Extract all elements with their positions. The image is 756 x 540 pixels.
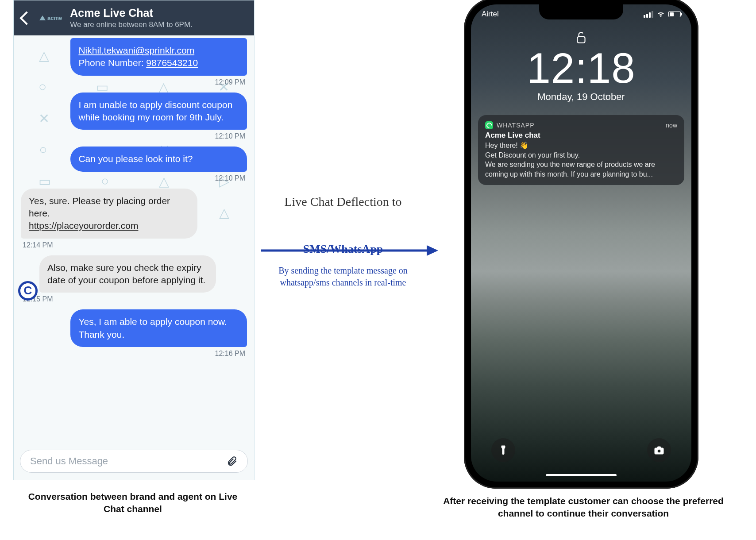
brand-triangle-icon [39,15,46,20]
whatsapp-notification[interactable]: WHATSAPP now Acme Live chat Hey there! 👋… [478,115,684,185]
quick-actions [471,438,691,462]
attachment-icon[interactable] [226,455,238,467]
message-received: Also, make sure you check the expiry dat… [39,255,216,293]
timestamp: 12:16 PM [23,350,245,358]
home-indicator[interactable] [546,474,617,476]
agent-avatar: C [18,281,38,301]
notification-time: now [666,122,677,129]
order-link[interactable]: https://placeyourorder.com [29,220,138,231]
camera-button[interactable] [647,438,671,462]
brand-logo: acme [39,15,62,21]
flashlight-button[interactable] [491,438,515,462]
svg-marker-1 [427,245,438,256]
message-text: Yes, sure. Please try placing order here… [29,196,170,218]
arrow-icon [261,243,438,258]
timestamp: 12:10 PM [23,132,245,140]
unlock-icon [575,31,587,44]
timestamp: 12:10 PM [23,174,245,182]
input-placeholder: Send us Message [30,455,108,467]
lock-screen-clock: 12:18 Monday, 19 October [471,31,691,103]
svg-rect-2 [577,37,585,43]
email-link[interactable]: Nikhil.tekwani@sprinklr.com [78,45,194,55]
chat-header: acme Acme Live Chat We are online betwee… [14,0,254,35]
signal-icon [644,11,653,18]
timestamp: 12:15 PM [23,295,245,303]
deflection-label: Live Chat Deflection to SMS/WhatsApp By … [261,195,425,289]
notification-body: Hey there! 👋 Get Discount on your first … [485,141,677,179]
phone-mockup: Airtel 12:18 Monday, 19 October WHATSAPP… [464,0,698,489]
phone-label: Phone Number: [78,58,146,68]
timestamp: 12:09 PM [23,78,245,86]
battery-icon [668,11,681,17]
message-sent: I am unable to apply discount coupon whi… [70,93,247,130]
chat-title: Acme Live Chat [70,7,193,19]
message-input[interactable]: Send us Message [20,450,248,473]
caption-right: After receiving the template customer ca… [428,495,738,520]
message-sent: Yes, I am able to apply coupon now. Than… [70,309,247,347]
live-chat-window: ○△▭▷ △✕○▷ ○▭△✕ ✕○▷▭ ○△✕○ ▭○△▷ ○✕▭△ acme … [13,0,255,480]
phone-link[interactable]: 9876543210 [146,58,198,68]
message-received: Yes, sure. Please try placing order here… [21,189,197,239]
message-sent: Nikhil.tekwani@sprinklr.com Phone Number… [70,38,247,76]
timestamp: 12:14 PM [23,241,245,249]
brand-text: acme [47,15,62,21]
lock-time: 12:18 [471,47,691,89]
whatsapp-icon [485,121,493,129]
back-icon[interactable] [19,11,33,25]
lock-date: Monday, 19 October [471,91,691,103]
message-sent: Can you please look into it? [70,147,247,171]
carrier-label: Airtel [482,10,499,19]
deflection-line3: By sending the template message on whats… [261,265,425,289]
chat-body[interactable]: Nikhil.tekwani@sprinklr.com Phone Number… [14,35,254,445]
notification-app: WHATSAPP [497,122,535,129]
chat-subtitle: We are online between 8AM to 6PM. [70,20,193,29]
phone-screen: Airtel 12:18 Monday, 19 October WHATSAPP… [471,4,691,482]
status-bar: Airtel [471,4,691,19]
deflection-line1: Live Chat Deflection to [261,195,425,209]
caption-left: Conversation between brand and agent on … [18,490,248,516]
wifi-icon [657,10,665,18]
notification-sender: Acme Live chat [485,131,677,140]
